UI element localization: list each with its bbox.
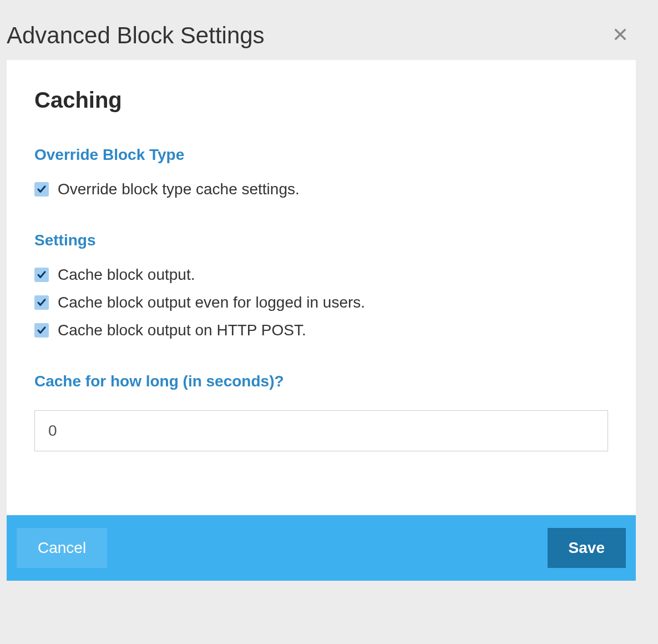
checkbox-row-cache-output: Cache block output. [34,266,608,284]
cache-post-label: Cache block output on HTTP POST. [58,321,306,339]
check-icon [37,298,47,308]
section-settings-title: Settings [34,232,608,249]
cache-logged-in-label: Cache block output even for logged in us… [58,294,365,311]
cache-output-label: Cache block output. [58,266,195,284]
cancel-button[interactable]: Cancel [17,528,107,568]
section-duration-title: Cache for how long (in seconds)? [34,373,608,390]
dialog-header: Advanced Block Settings [7,22,636,60]
save-button[interactable]: Save [548,528,626,568]
check-icon [37,270,47,280]
override-checkbox-label: Override block type cache settings. [58,180,300,198]
check-icon [37,184,47,194]
cache-post-checkbox[interactable] [34,323,49,338]
settings-panel[interactable]: Caching Override Block Type Override blo… [7,60,636,515]
checkbox-row-override: Override block type cache settings. [34,180,608,198]
section-override-title: Override Block Type [34,146,608,164]
override-checkbox[interactable] [34,182,49,197]
checkbox-row-cache-post: Cache block output on HTTP POST. [34,321,608,339]
dialog-footer: Cancel Save [7,515,636,581]
cache-duration-input[interactable] [34,410,608,451]
close-button[interactable] [610,24,630,47]
cache-logged-in-checkbox[interactable] [34,295,49,310]
close-icon [613,27,628,42]
dialog-title: Advanced Block Settings [7,22,265,49]
cache-output-checkbox[interactable] [34,268,49,282]
check-icon [37,325,47,335]
checkbox-row-cache-logged-in: Cache block output even for logged in us… [34,294,608,311]
settings-dialog: Advanced Block Settings Caching Override… [0,0,658,581]
panel-title: Caching [34,88,608,113]
